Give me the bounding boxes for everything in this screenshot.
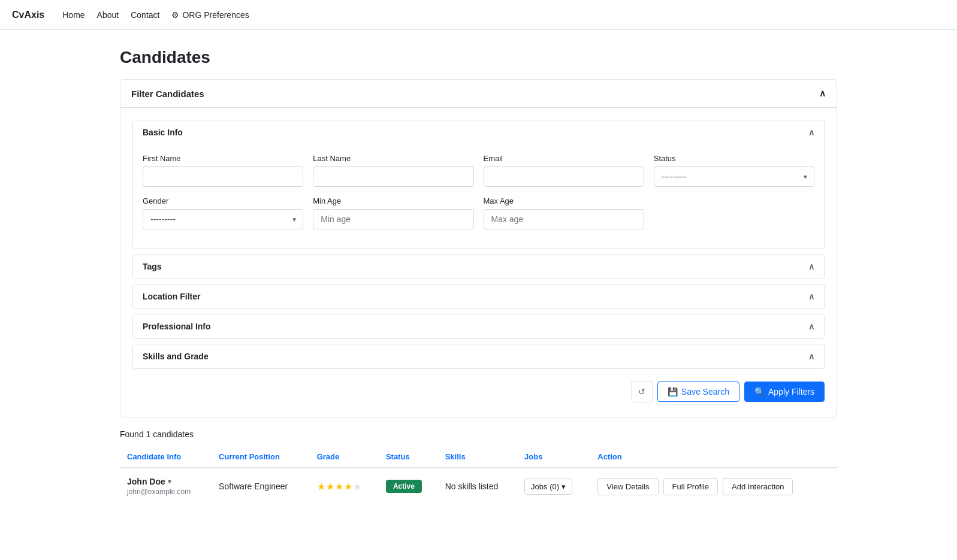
jobs-dropdown-arrow-icon: ▾: [561, 482, 566, 491]
th-action: Action: [590, 446, 837, 468]
basic-info-body: First Name Last Name Email Status: [133, 144, 824, 249]
filter-card-title: Filter Candidates: [131, 89, 204, 99]
th-grade: Grade: [310, 446, 379, 468]
candidate-name: John Doe ▾: [127, 477, 204, 486]
th-status: Status: [379, 446, 438, 468]
reset-button[interactable]: ↺: [631, 381, 653, 402]
max-age-group: Max Age: [484, 196, 644, 229]
nav-links: Home About Contact ⚙ ORG Preferences: [62, 10, 249, 20]
jobs-cell: Jobs (0) ▾: [517, 468, 590, 504]
basic-info-toggle[interactable]: Basic Info ∧: [133, 120, 824, 144]
table-head: Candidate Info Current Position Grade St…: [120, 446, 837, 468]
candidate-info-cell: John Doe ▾ john@example.com: [120, 468, 212, 504]
spacer-group: [654, 196, 814, 229]
brand-logo[interactable]: CvAxis: [12, 10, 44, 20]
candidate-dropdown-icon[interactable]: ▾: [168, 478, 171, 486]
basic-info-section: Basic Info ∧ First Name Last Name: [132, 120, 825, 249]
nav-home[interactable]: Home: [62, 10, 84, 20]
page-title: Candidates: [120, 48, 837, 67]
gear-icon: ⚙: [171, 10, 179, 20]
tags-title: Tags: [143, 262, 162, 271]
filter-card-header[interactable]: Filter Candidates ∧: [120, 80, 837, 107]
table-row: John Doe ▾ john@example.com Software Eng…: [120, 468, 837, 504]
status-cell: Active: [379, 468, 438, 504]
skills-cell: No skills listed: [438, 468, 517, 504]
nav-contact[interactable]: Contact: [131, 10, 159, 20]
min-age-input[interactable]: [313, 209, 473, 229]
grade-star-empty: ★: [353, 482, 361, 492]
last-name-label: Last Name: [313, 154, 473, 163]
location-section: Location Filter ∧: [132, 284, 825, 309]
first-name-group: First Name: [143, 154, 303, 187]
filter-actions: ↺ 💾 Save Search 🔍 Apply Filters: [132, 374, 825, 405]
save-search-icon: 💾: [668, 387, 678, 396]
status-label: Status: [654, 154, 814, 163]
tags-section: Tags ∧: [132, 254, 825, 279]
reset-icon: ↺: [638, 387, 645, 396]
professional-chevron-icon: ∧: [808, 322, 814, 331]
th-jobs: Jobs: [517, 446, 590, 468]
save-search-button[interactable]: 💾 Save Search: [657, 382, 739, 402]
th-current-position: Current Position: [212, 446, 310, 468]
grade-stars-half: ★: [344, 482, 353, 492]
location-chevron-icon: ∧: [808, 292, 814, 301]
min-age-label: Min Age: [313, 196, 473, 205]
candidate-name-text: John Doe: [127, 477, 165, 486]
gender-select-wrapper: --------- Male Female: [143, 209, 303, 229]
gender-select[interactable]: --------- Male Female: [143, 209, 303, 229]
th-skills: Skills: [438, 446, 517, 468]
min-age-group: Min Age: [313, 196, 473, 229]
first-name-label: First Name: [143, 154, 303, 163]
jobs-dropdown-button[interactable]: Jobs (0) ▾: [524, 479, 572, 495]
filter-card-chevron-icon: ∧: [819, 88, 826, 99]
current-position-text: Software Engineer: [219, 482, 288, 491]
current-position-cell: Software Engineer: [212, 468, 310, 504]
candidates-table: Candidate Info Current Position Grade St…: [120, 446, 837, 504]
tags-toggle[interactable]: Tags ∧: [133, 255, 824, 279]
filter-card-body: Basic Info ∧ First Name Last Name: [120, 107, 837, 417]
basic-info-chevron-icon: ∧: [808, 128, 814, 137]
main-content: Candidates Filter Candidates ∧ Basic Inf…: [0, 30, 957, 522]
skills-title: Skills and Grade: [143, 352, 209, 361]
last-name-group: Last Name: [313, 154, 473, 187]
status-select[interactable]: --------- Active Inactive: [654, 167, 814, 187]
form-row-1: First Name Last Name Email Status: [143, 154, 814, 187]
form-row-2: Gender --------- Male Female Min Age: [143, 196, 814, 229]
status-select-wrapper: --------- Active Inactive: [654, 167, 814, 187]
professional-title: Professional Info: [143, 322, 211, 331]
nav-about[interactable]: About: [97, 10, 119, 20]
location-toggle[interactable]: Location Filter ∧: [133, 284, 824, 308]
table-header-row: Candidate Info Current Position Grade St…: [120, 446, 837, 468]
email-label: Email: [484, 154, 644, 163]
professional-section: Professional Info ∧: [132, 314, 825, 339]
email-input[interactable]: [484, 167, 644, 187]
status-group: Status --------- Active Inactive: [654, 154, 814, 187]
table-body: John Doe ▾ john@example.com Software Eng…: [120, 468, 837, 504]
action-cell: View Details Full Profile Add Interactio…: [590, 468, 837, 504]
add-interaction-button[interactable]: Add Interaction: [723, 478, 793, 495]
basic-info-title: Basic Info: [143, 128, 183, 137]
location-title: Location Filter: [143, 292, 200, 301]
apply-filters-label: Apply Filters: [768, 387, 814, 396]
apply-filters-button[interactable]: 🔍 Apply Filters: [744, 382, 825, 402]
skills-chevron-icon: ∧: [808, 352, 814, 361]
gender-label: Gender: [143, 196, 303, 205]
gender-group: Gender --------- Male Female: [143, 196, 303, 229]
grade-cell: ★★★★★: [310, 468, 379, 504]
status-badge: Active: [386, 480, 422, 493]
last-name-input[interactable]: [313, 167, 473, 187]
candidate-email: john@example.com: [127, 488, 204, 496]
results-count: Found 1 candidates: [120, 429, 837, 439]
view-details-button[interactable]: View Details: [597, 478, 658, 495]
max-age-input[interactable]: [484, 209, 644, 229]
navbar: CvAxis Home About Contact ⚙ ORG Preferen…: [0, 0, 957, 30]
full-profile-button[interactable]: Full Profile: [663, 478, 718, 495]
tags-chevron-icon: ∧: [808, 262, 814, 271]
first-name-input[interactable]: [143, 167, 303, 187]
professional-toggle[interactable]: Professional Info ∧: [133, 314, 824, 338]
apply-filters-icon: 🔍: [754, 387, 765, 396]
org-preferences[interactable]: ⚙ ORG Preferences: [171, 10, 249, 20]
skills-toggle[interactable]: Skills and Grade ∧: [133, 344, 824, 368]
max-age-label: Max Age: [484, 196, 644, 205]
skills-text: No skills listed: [445, 482, 499, 491]
